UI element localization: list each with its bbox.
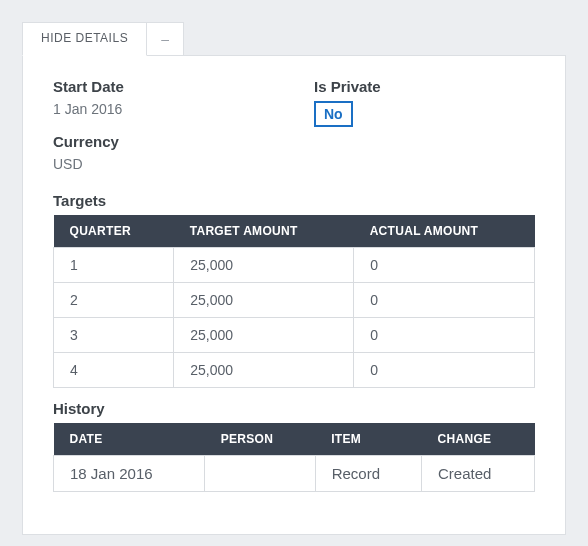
fields-row: Start Date 1 Jan 2016 Currency USD Is Pr…: [53, 78, 535, 188]
table-header-row: QUARTER TARGET AMOUNT ACTUAL AMOUNT: [54, 215, 535, 248]
cell-target: 25,000: [174, 248, 354, 283]
table-row: 3 25,000 0: [54, 318, 535, 353]
cell-quarter: 2: [54, 283, 174, 318]
cell-person: [205, 456, 315, 492]
start-date-label: Start Date: [53, 78, 274, 95]
details-panel: Start Date 1 Jan 2016 Currency USD Is Pr…: [22, 55, 566, 535]
cell-change: Created: [422, 456, 535, 492]
col-date: DATE: [54, 423, 205, 456]
currency-label: Currency: [53, 133, 274, 150]
tab-hide-details[interactable]: HIDE DETAILS: [22, 22, 147, 56]
is-private-badge: No: [314, 101, 353, 127]
history-title: History: [53, 400, 535, 417]
table-row: 1 25,000 0: [54, 248, 535, 283]
table-row: 18 Jan 2016 Record Created: [54, 456, 535, 492]
col-item: ITEM: [315, 423, 421, 456]
start-date-value: 1 Jan 2016: [53, 101, 274, 117]
cell-quarter: 1: [54, 248, 174, 283]
cell-date: 18 Jan 2016: [54, 456, 205, 492]
col-actual-amount: ACTUAL AMOUNT: [354, 215, 535, 248]
cell-actual: 0: [354, 318, 535, 353]
table-row: 4 25,000 0: [54, 353, 535, 388]
col-person: PERSON: [205, 423, 315, 456]
is-private-label: Is Private: [314, 78, 535, 95]
cell-item: Record: [315, 456, 421, 492]
tab-collapse[interactable]: –: [146, 22, 184, 56]
cell-quarter: 3: [54, 318, 174, 353]
cell-target: 25,000: [174, 283, 354, 318]
left-column: Start Date 1 Jan 2016 Currency USD: [53, 78, 274, 188]
col-change: CHANGE: [422, 423, 535, 456]
tab-bar: HIDE DETAILS –: [22, 22, 566, 56]
table-row: 2 25,000 0: [54, 283, 535, 318]
cell-quarter: 4: [54, 353, 174, 388]
col-quarter: QUARTER: [54, 215, 174, 248]
table-header-row: DATE PERSON ITEM CHANGE: [54, 423, 535, 456]
currency-value: USD: [53, 156, 274, 172]
history-table: DATE PERSON ITEM CHANGE 18 Jan 2016 Reco…: [53, 423, 535, 492]
cell-actual: 0: [354, 248, 535, 283]
cell-target: 25,000: [174, 318, 354, 353]
col-target-amount: TARGET AMOUNT: [174, 215, 354, 248]
cell-target: 25,000: [174, 353, 354, 388]
targets-title: Targets: [53, 192, 535, 209]
targets-table: QUARTER TARGET AMOUNT ACTUAL AMOUNT 1 25…: [53, 215, 535, 388]
cell-actual: 0: [354, 283, 535, 318]
cell-actual: 0: [354, 353, 535, 388]
right-column: Is Private No: [314, 78, 535, 188]
